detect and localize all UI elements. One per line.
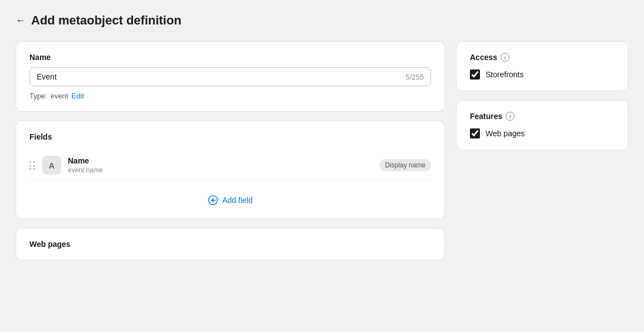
features-title: Features	[470, 112, 502, 121]
page-title: Add metaobject definition	[31, 13, 181, 28]
storefronts-checkbox-row: Storefronts	[470, 70, 615, 80]
field-info: Name event.name	[68, 156, 373, 174]
name-input[interactable]	[37, 72, 401, 81]
web-pages-label: Web pages	[486, 129, 525, 138]
field-type-icon: A	[42, 156, 61, 175]
type-row: Type: event Edit	[29, 92, 431, 100]
name-card: Name 5/255 Type: event Edit	[16, 41, 445, 112]
web-pages-checkbox[interactable]	[470, 128, 480, 138]
add-circle-icon	[208, 195, 218, 205]
table-row: A Name event.name Display name	[29, 150, 431, 181]
features-info-icon: i	[506, 112, 514, 121]
add-field-label: Add field	[222, 196, 252, 205]
fields-card: Fields A Name event.name Display name	[16, 121, 445, 219]
add-field-row: Add field	[29, 187, 431, 207]
fields-title: Fields	[29, 132, 431, 141]
access-title: Access	[470, 53, 497, 62]
name-label: Name	[29, 53, 431, 62]
field-name: Name	[68, 156, 373, 165]
edit-link[interactable]: Edit	[72, 92, 84, 100]
field-key: event.name	[68, 166, 373, 174]
back-button[interactable]: ←	[16, 15, 26, 27]
page-header: ← Add metaobject definition	[16, 13, 628, 28]
left-column: Name 5/255 Type: event Edit Fields	[16, 41, 445, 260]
access-card: Access i Storefronts	[456, 41, 628, 91]
main-layout: Name 5/255 Type: event Edit Fields	[16, 41, 628, 260]
type-value: event	[51, 92, 68, 100]
storefronts-checkbox[interactable]	[470, 70, 480, 80]
web-pages-title: Web pages	[29, 240, 431, 249]
type-label: Type:	[29, 92, 47, 100]
web-pages-card: Web pages	[16, 228, 445, 260]
access-title-row: Access i	[470, 53, 615, 62]
features-title-row: Features i	[470, 112, 615, 121]
access-info-icon: i	[501, 53, 509, 62]
name-input-wrapper[interactable]: 5/255	[29, 67, 431, 86]
features-card: Features i Web pages	[456, 100, 628, 150]
display-name-badge: Display name	[379, 159, 431, 171]
add-field-button[interactable]: Add field	[208, 195, 252, 205]
drag-handle[interactable]	[29, 161, 36, 170]
char-count: 5/255	[405, 73, 424, 81]
storefronts-label: Storefronts	[486, 70, 523, 79]
web-pages-checkbox-row: Web pages	[470, 128, 615, 138]
right-column: Access i Storefronts Features i Web page…	[456, 41, 628, 150]
